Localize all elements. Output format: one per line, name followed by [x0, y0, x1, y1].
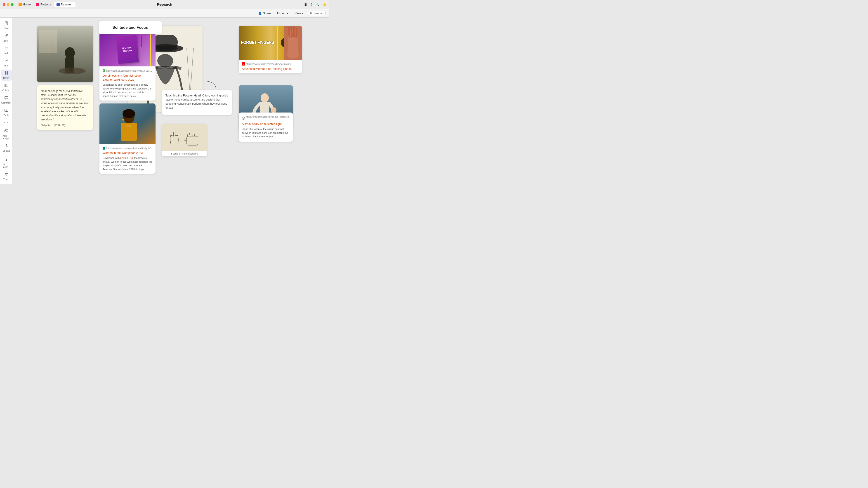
ai-ideas-label: AI Ideas	[3, 163, 10, 168]
projects-tab-icon	[36, 3, 39, 6]
book-stripe	[150, 33, 151, 66]
home-tab-label: Home	[23, 3, 31, 6]
line-label: Line	[4, 64, 8, 67]
book-title: FEMINIST THEORY	[119, 46, 135, 53]
close-button[interactable]	[3, 3, 5, 6]
svg-rect-32	[153, 35, 178, 50]
women-workplace-card[interactable]: https://www.mckinsey.com/featured-insigh…	[99, 103, 156, 174]
youtube-card-content: ▶ https://www.youtube.com/watch?v=aDnNip…	[239, 60, 302, 73]
table-icon	[4, 108, 8, 113]
sidebar-item-board[interactable]: Board	[1, 70, 12, 80]
sidebar-item-note[interactable]: Note	[1, 20, 12, 31]
sidebar-item-upload[interactable]: Upload	[1, 142, 12, 153]
upload-label: Upload	[3, 150, 10, 152]
sidebar-item-trash[interactable]: Trash	[1, 171, 12, 182]
upload-icon	[4, 144, 8, 149]
link-label: Link	[4, 39, 8, 42]
youtube-link[interactable]: Advanced Method For Painting Hands	[242, 67, 291, 70]
devices-icon[interactable]: 📱	[304, 3, 307, 6]
hand-sketch-caption: Focus on hand gestures	[162, 151, 207, 156]
comment-label: Comment	[1, 102, 11, 104]
projects-tab-label: Projects	[40, 3, 51, 6]
window-title: Research	[157, 2, 172, 6]
todo-icon	[4, 46, 8, 51]
svg-point-44	[125, 125, 132, 127]
search-icon[interactable]: 🔍	[315, 3, 319, 6]
canvas[interactable]: Solitude and Focus	[13, 18, 329, 184]
sidebar-item-todo[interactable]: To-do	[1, 45, 12, 56]
sidebar-item-table[interactable]: Table	[1, 107, 12, 118]
svg-line-58	[291, 27, 292, 37]
youtube-thumbnail: FORGET FINGERS ▶	[239, 26, 302, 60]
youtube-url: ▶ https://www.youtube.com/watch?v=aDnNip…	[242, 62, 299, 66]
solitude-title: Solitude and Focus	[104, 25, 156, 30]
ai-ideas-icon: ✦	[4, 158, 8, 163]
feminist-theory-card[interactable]: FEMINIST THEORY S https://journals.sagep…	[99, 33, 156, 101]
help-icon[interactable]: ?	[311, 3, 312, 6]
reflected-light-card[interactable]: ✕ https://drawpaintacademy.com/a-lesson-…	[239, 112, 293, 142]
quote-card: "To feel lonely, then, is a subjective s…	[37, 86, 93, 130]
note-icon	[4, 21, 8, 26]
column-icon	[4, 84, 8, 89]
feminist-card-content: S https://journals.sagepub.com/doi/full/…	[99, 66, 156, 101]
sidebar-item-comment[interactable]: Comment	[1, 94, 12, 105]
sidebar-item-add-image[interactable]: Add Image	[1, 127, 12, 141]
research-tab-label: Research	[61, 3, 73, 6]
view-button[interactable]: View ▾	[293, 11, 305, 15]
woman-image	[99, 103, 156, 144]
column-label: Column	[2, 89, 10, 92]
svg-rect-14	[5, 96, 8, 99]
tab-home[interactable]: Home	[16, 2, 33, 7]
touch-card: Touching the Face or Head: Often, touchi…	[162, 90, 232, 115]
svg-line-60	[296, 29, 297, 37]
export-button[interactable]: Export ▾	[275, 11, 290, 15]
tab-projects[interactable]: Projects	[34, 2, 53, 7]
sidebar-item-more[interactable]: ···	[1, 119, 12, 126]
tab-research[interactable]: Research	[54, 2, 76, 7]
titlebar-controls: 📱 ? 🔍 🔔	[304, 3, 327, 6]
tab-bar: Home Projects Research	[16, 2, 75, 7]
maximize-button[interactable]	[11, 3, 13, 6]
sidebar-item-line[interactable]: Line	[1, 57, 12, 68]
hand-sketch-card[interactable]: Focus on hand gestures	[162, 124, 207, 156]
feminist-link[interactable]: Loneliness is a feminist issue - Eleanor…	[103, 74, 143, 81]
sidebar-item-column[interactable]: Column	[1, 82, 12, 93]
painting-image	[37, 26, 93, 82]
sidebar-item-link[interactable]: Link	[1, 32, 12, 43]
workplace-link[interactable]: Women in the Workplace 2023	[103, 151, 143, 155]
sidebar-item-ai-ideas[interactable]: ✦ AI Ideas	[1, 156, 12, 170]
painting-card[interactable]	[37, 26, 93, 82]
svg-point-33	[157, 54, 173, 68]
hand-preview	[284, 26, 302, 60]
feminist-desc: Loneliness is often described as a deadl…	[103, 83, 152, 98]
book-cover: FEMINIST THEORY	[116, 35, 139, 64]
notifications-icon[interactable]: 🔔	[322, 3, 327, 6]
unsorted-badge[interactable]: 0 Unsorted	[308, 11, 326, 16]
workplace-url: https://www.mckinsey.com/featured-insigh…	[103, 147, 152, 150]
svg-rect-10	[6, 73, 8, 74]
svg-line-59	[294, 27, 294, 37]
todo-label: To-do	[3, 52, 9, 55]
solitude-header-card: Solitude and Focus	[98, 21, 162, 34]
minimize-button[interactable]	[7, 3, 9, 6]
share-button[interactable]: 👤 Share	[256, 11, 273, 15]
svg-rect-25	[69, 68, 72, 71]
reflected-url: ✕ https://drawpaintacademy.com/a-lesson-…	[242, 116, 290, 121]
reflected-link[interactable]: A small study on reflected light	[242, 122, 282, 126]
more-icon: ···	[4, 121, 8, 125]
quote-text: "To feel lonely, then, is a subjective s…	[41, 89, 90, 122]
youtube-card[interactable]: FORGET FINGERS ▶	[239, 26, 302, 73]
drawpaint-icon: ✕	[242, 117, 245, 120]
svg-point-62	[260, 93, 269, 102]
sidebar: Note Link To-do Line Board	[0, 18, 13, 184]
add-image-icon	[4, 129, 8, 134]
export-label: Export	[277, 11, 286, 15]
reflected-desc: Using chiaroscuro, the strong contrast b…	[242, 127, 290, 138]
home-tab-icon	[19, 3, 22, 6]
toolbar: 👤 Share Export ▾ View ▾ 0 Unsorted	[0, 9, 329, 18]
line-icon	[4, 59, 8, 64]
source-icon: S	[103, 69, 105, 72]
workplace-card-content: https://www.mckinsey.com/featured-insigh…	[99, 144, 156, 174]
leanin-link[interactable]: LeanIn.Org	[120, 157, 133, 159]
chevron-down-icon: ▾	[287, 11, 288, 15]
